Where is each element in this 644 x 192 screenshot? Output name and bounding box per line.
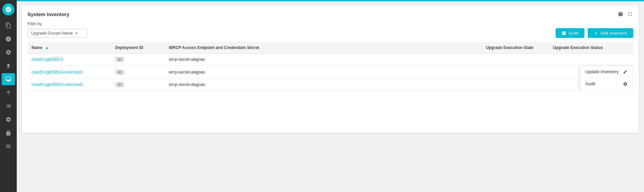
audit-button-label: Audit bbox=[568, 31, 578, 36]
settings-icon bbox=[623, 82, 628, 86]
cell-upgrade-state-0 bbox=[482, 54, 549, 65]
inventory-name-link-2[interactable]: cloud3-cgts59514-subcloud2 bbox=[31, 82, 83, 87]
id-badge-0[interactable]: ID bbox=[115, 57, 124, 62]
cell-wrcp-0: wrcp-secret-alagoas bbox=[165, 54, 482, 65]
sidebar-item-upload[interactable] bbox=[2, 60, 15, 72]
add-inventory-button[interactable]: Add Inventory bbox=[588, 28, 633, 38]
cell-upgrade-state-2 bbox=[482, 79, 549, 91]
help-icon[interactable] bbox=[617, 11, 624, 17]
table-body: cloud3-cgts59514 ID wrcp-secret-alagoas bbox=[27, 54, 633, 91]
expand-icon[interactable] bbox=[627, 11, 633, 17]
add-inventory-button-label: Add Inventory bbox=[600, 31, 627, 36]
context-menu-update-inventory[interactable]: Update Inventory bbox=[580, 66, 633, 78]
sidebar-item-rocket[interactable] bbox=[2, 33, 15, 45]
context-menu-audit-label: Audit bbox=[585, 81, 595, 86]
cell-deployment-2: ID bbox=[111, 79, 165, 91]
col-header-name[interactable]: Name ▲ bbox=[27, 42, 111, 54]
inventory-name-link-1[interactable]: cloud3-cgts59514-subcloud1 bbox=[31, 70, 83, 75]
action-buttons: Audit Add Inventory bbox=[556, 28, 633, 38]
cell-name-2: cloud3-cgts59514-subcloud2 bbox=[27, 79, 111, 91]
col-header-wrcp[interactable]: WRCP Access Endpoint and Credentials Sec… bbox=[165, 42, 482, 54]
cell-upgrade-status-0 bbox=[549, 54, 616, 65]
inventory-card: System Inventory Filter by Upgrade Group… bbox=[22, 5, 639, 133]
context-menu-update-label: Update Inventory bbox=[585, 69, 619, 74]
card-icons bbox=[617, 11, 633, 17]
sidebar-item-copy[interactable] bbox=[2, 19, 15, 32]
table-header: Name ▲ Deployment ID WRCP Access Endpoin… bbox=[27, 42, 633, 54]
filter-section: Filter by Upgrade Groups Name ▾ Audit bbox=[27, 21, 633, 38]
page-container: System Inventory Filter by Upgrade Group… bbox=[17, 1, 644, 192]
sidebar bbox=[0, 0, 17, 192]
cell-wrcp-1: wrcp-secret-alagoas bbox=[165, 65, 482, 79]
cell-name-0: cloud3-cgts59514 bbox=[27, 54, 111, 65]
table-row: cloud3-cgts59514-subcloud2 ID wrcp-secre… bbox=[27, 79, 633, 91]
filter-controls: Upgrade Groups Name ▾ Audit Add Inventor… bbox=[27, 28, 633, 38]
inventory-table-wrapper: Name ▲ Deployment ID WRCP Access Endpoin… bbox=[27, 42, 633, 91]
id-badge-1[interactable]: ID bbox=[115, 69, 124, 75]
context-menu: Update Inventory Audit bbox=[580, 65, 633, 91]
cell-menu-1: ⋮ Update Inventory bbox=[616, 65, 633, 79]
inventory-name-link-0[interactable]: cloud3-cgts59514 bbox=[31, 57, 63, 62]
cell-menu-0 bbox=[616, 54, 633, 65]
edit-icon bbox=[623, 69, 628, 74]
audit-button[interactable]: Audit bbox=[556, 28, 584, 38]
main-content: System Inventory Filter by Upgrade Group… bbox=[17, 0, 644, 192]
context-menu-delete-inventory[interactable]: Delete Inventory bbox=[580, 90, 633, 91]
context-menu-audit[interactable]: Audit bbox=[580, 78, 633, 90]
sidebar-item-cog[interactable] bbox=[2, 113, 15, 126]
filter-dropdown-label: Upgrade Groups Name bbox=[31, 31, 73, 36]
sort-arrow-icon: ▲ bbox=[45, 45, 49, 50]
cell-deployment-0: ID bbox=[111, 54, 165, 65]
cell-name-1: cloud3-cgts59514-subcloud1 bbox=[27, 65, 111, 79]
page-title: System Inventory bbox=[27, 11, 69, 17]
cell-wrcp-2: wrcp-secret-alagoas bbox=[165, 79, 482, 91]
sidebar-item-monitor[interactable] bbox=[2, 73, 15, 85]
sidebar-item-hamburger[interactable] bbox=[2, 140, 15, 152]
chevron-down-icon: ▾ bbox=[75, 31, 77, 36]
inventory-table: Name ▲ Deployment ID WRCP Access Endpoin… bbox=[27, 42, 633, 91]
col-header-upgrade-state[interactable]: Upgrade Execution State bbox=[482, 42, 549, 54]
sidebar-item-lock[interactable] bbox=[2, 127, 15, 139]
col-header-deployment[interactable]: Deployment ID bbox=[111, 42, 165, 54]
sidebar-logo[interactable] bbox=[2, 3, 14, 15]
table-row: cloud3-cgts59514 ID wrcp-secret-alagoas bbox=[27, 54, 633, 65]
sidebar-item-arrow-up[interactable] bbox=[2, 87, 15, 99]
cell-deployment-1: ID bbox=[111, 65, 165, 79]
filter-label: Filter by bbox=[27, 21, 633, 26]
cell-upgrade-state-1 bbox=[482, 65, 549, 79]
sidebar-item-settings[interactable] bbox=[2, 46, 15, 58]
upgrade-groups-dropdown[interactable]: Upgrade Groups Name ▾ bbox=[27, 29, 88, 38]
sidebar-item-list[interactable] bbox=[2, 100, 15, 112]
col-header-upgrade-status[interactable]: Upgrade Execution Status bbox=[549, 42, 616, 54]
table-row: cloud3-cgts59514-subcloud1 ID wrcp-secre… bbox=[27, 65, 633, 79]
col-header-actions bbox=[616, 42, 633, 54]
card-header: System Inventory bbox=[27, 11, 633, 17]
id-badge-2[interactable]: ID bbox=[115, 82, 124, 87]
